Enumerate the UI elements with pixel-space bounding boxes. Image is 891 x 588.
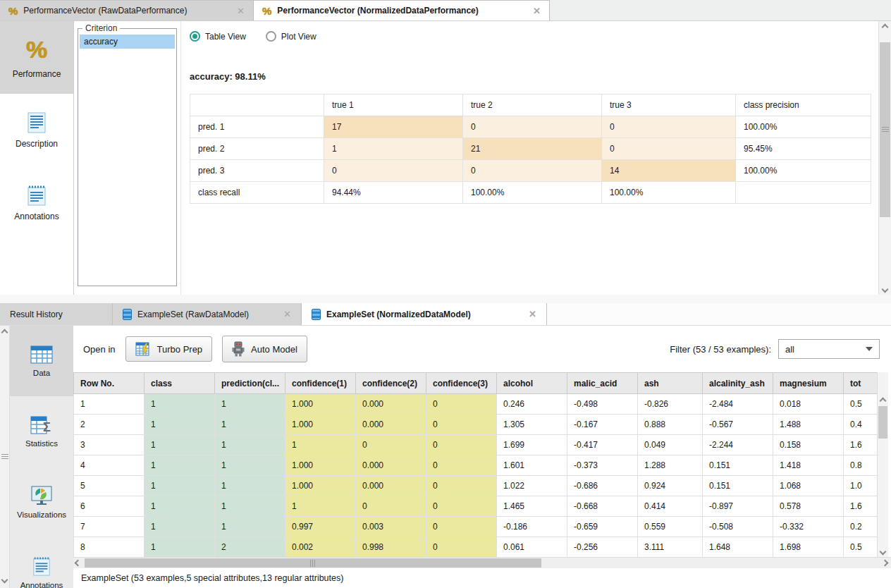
table-cell[interactable]: 1.000 — [285, 455, 356, 476]
scrollbar-thumb[interactable] — [880, 42, 890, 217]
table-cell[interactable]: 1 — [74, 394, 145, 415]
close-icon[interactable]: ✕ — [533, 6, 541, 16]
table-horizontal-scrollbar[interactable] — [73, 557, 891, 568]
column-header[interactable]: class — [145, 373, 215, 394]
radio-table-view[interactable]: Table View — [190, 31, 246, 42]
table-cell[interactable]: 0.002 — [285, 537, 356, 558]
table-cell[interactable]: 1.288 — [638, 455, 703, 476]
table-cell[interactable]: 0.559 — [638, 517, 703, 537]
table-cell[interactable]: 8 — [74, 537, 145, 558]
table-cell[interactable]: 1 — [145, 435, 215, 455]
table-cell[interactable]: 1.022 — [497, 476, 567, 496]
tab-result-history[interactable]: Result History — [0, 303, 113, 325]
table-cell[interactable]: 7 — [74, 517, 145, 537]
scroll-right-icon[interactable] — [882, 560, 889, 567]
table-vertical-scrollbar[interactable] — [877, 372, 888, 557]
table-cell[interactable]: 0.997 — [285, 517, 356, 537]
result-history-collapsed-scrollbar[interactable] — [0, 326, 10, 588]
top-vertical-scrollbar[interactable] — [878, 21, 891, 295]
table-cell[interactable]: 0 — [426, 394, 497, 415]
sidebar-item-statistics[interactable]: Σ Statistics — [10, 396, 73, 467]
tab-performancevector-rawdata[interactable]: % PerformanceVector (RawDataPerformance)… — [0, 0, 254, 20]
column-header[interactable]: confidence(2) — [356, 373, 426, 394]
table-cell[interactable]: 0 — [426, 415, 497, 435]
table-cell[interactable]: 3.111 — [638, 537, 703, 558]
table-cell[interactable]: 0 — [426, 517, 497, 537]
table-cell[interactable]: -0.256 — [567, 537, 638, 558]
table-cell[interactable]: -0.508 — [703, 517, 773, 537]
column-header[interactable]: alcalinity_ash — [703, 373, 773, 394]
table-cell[interactable]: 1 — [285, 496, 356, 517]
table-cell[interactable]: 0 — [426, 496, 497, 517]
table-cell[interactable]: 1.648 — [703, 537, 773, 558]
table-cell[interactable]: 1 — [145, 476, 215, 496]
close-icon[interactable]: ✕ — [237, 6, 245, 16]
column-header[interactable]: ash — [638, 373, 703, 394]
table-cell[interactable]: 0 — [356, 435, 426, 455]
table-row[interactable]: 3111001.699-0.4170.049-2.2440.1581.6 — [74, 435, 878, 455]
table-cell[interactable]: 0.4 — [844, 415, 878, 435]
table-cell[interactable]: 0.5 — [844, 537, 878, 558]
table-cell[interactable]: -0.167 — [567, 415, 638, 435]
table-cell[interactable]: 3 — [74, 435, 145, 455]
table-cell[interactable]: 0.151 — [703, 476, 773, 496]
table-cell[interactable]: 0 — [426, 537, 497, 558]
table-cell[interactable]: 1.699 — [497, 435, 567, 455]
table-cell[interactable]: -0.417 — [567, 435, 638, 455]
table-cell[interactable]: 4 — [74, 455, 145, 476]
table-cell[interactable]: 1.488 — [773, 415, 844, 435]
table-cell[interactable]: 1.6 — [844, 435, 878, 455]
table-cell[interactable]: 1.601 — [497, 455, 567, 476]
table-cell[interactable]: -0.897 — [703, 496, 773, 517]
table-cell[interactable]: 1 — [215, 496, 285, 517]
table-cell[interactable]: 1.000 — [285, 476, 356, 496]
table-cell[interactable]: -2.244 — [703, 435, 773, 455]
table-cell[interactable]: 5 — [74, 476, 145, 496]
table-cell[interactable]: 1 — [145, 496, 215, 517]
table-cell[interactable]: 1.698 — [773, 537, 844, 558]
table-cell[interactable]: 1.0 — [844, 476, 878, 496]
table-cell[interactable]: 2 — [74, 415, 145, 435]
column-header[interactable]: prediction(cl... — [215, 373, 285, 394]
table-cell[interactable]: 0 — [426, 435, 497, 455]
sidebar-item-annotations[interactable]: Annotations — [10, 537, 73, 588]
close-icon[interactable]: ✕ — [529, 310, 536, 319]
table-cell[interactable]: 1 — [215, 476, 285, 496]
table-cell[interactable]: -0.659 — [567, 517, 638, 537]
table-cell[interactable]: 1.418 — [773, 455, 844, 476]
table-cell[interactable]: 1 — [215, 517, 285, 537]
table-cell[interactable]: 1 — [145, 415, 215, 435]
table-cell[interactable]: 1 — [145, 455, 215, 476]
table-cell[interactable]: 1.305 — [497, 415, 567, 435]
table-cell[interactable]: 0.000 — [356, 394, 426, 415]
sidebar-item-visualizations[interactable]: Visualizations — [10, 467, 73, 537]
column-header[interactable]: magnesium — [773, 373, 844, 394]
auto-model-button[interactable]: Auto Model — [222, 336, 307, 362]
table-cell[interactable]: -0.567 — [703, 415, 773, 435]
table-cell[interactable]: -2.484 — [703, 394, 773, 415]
table-cell[interactable]: -0.498 — [567, 394, 638, 415]
turbo-prep-button[interactable]: Turbo Prep — [125, 336, 213, 362]
sidebar-item-description[interactable]: Description — [0, 94, 73, 166]
table-cell[interactable]: 0.000 — [356, 476, 426, 496]
table-cell[interactable]: 0.414 — [638, 496, 703, 517]
sidebar-item-annotations[interactable]: Annotations — [0, 166, 73, 239]
table-cell[interactable]: 1 — [215, 394, 285, 415]
table-cell[interactable]: 1 — [145, 517, 215, 537]
table-row[interactable]: 8120.0020.99800.061-0.2563.1111.6481.698… — [74, 537, 878, 558]
table-cell[interactable]: 1 — [215, 435, 285, 455]
scrollbar-thumb[interactable] — [878, 406, 887, 439]
table-cell[interactable]: 0.246 — [497, 394, 567, 415]
scroll-down-icon[interactable] — [879, 283, 891, 295]
table-cell[interactable]: 0.151 — [703, 455, 773, 476]
column-header[interactable]: alcohol — [497, 373, 567, 394]
table-cell[interactable]: 1 — [285, 435, 356, 455]
radio-plot-view[interactable]: Plot View — [266, 31, 317, 42]
table-cell[interactable]: 1.6 — [844, 496, 878, 517]
table-row[interactable]: 2111.0000.00001.305-0.1670.888-0.5671.48… — [74, 415, 878, 435]
scroll-down-icon[interactable] — [878, 546, 888, 557]
table-cell[interactable]: 0 — [356, 496, 426, 517]
table-cell[interactable]: 0.000 — [356, 455, 426, 476]
table-cell[interactable]: -0.826 — [638, 394, 703, 415]
table-cell[interactable]: 1.465 — [497, 496, 567, 517]
